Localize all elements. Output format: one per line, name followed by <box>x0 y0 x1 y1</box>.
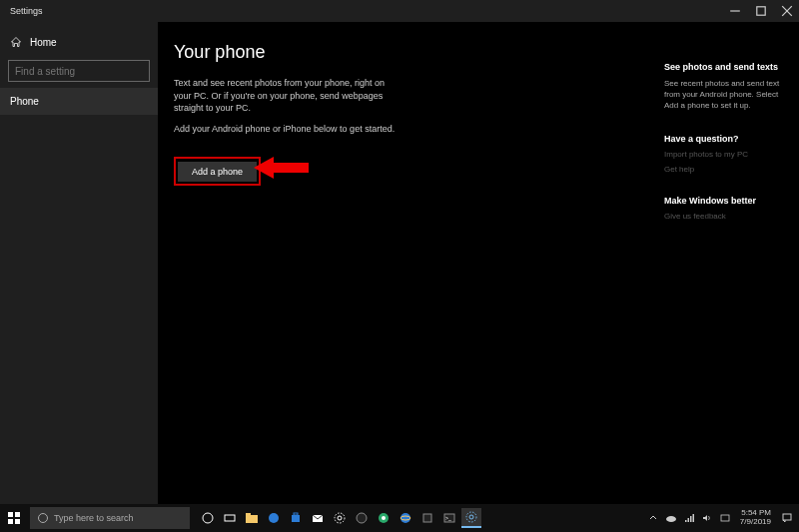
aside-h1: See photos and send texts <box>664 62 787 72</box>
svg-rect-14 <box>246 513 251 516</box>
store-icon[interactable] <box>286 508 306 528</box>
tray-chevron-icon[interactable] <box>646 511 660 525</box>
svg-rect-34 <box>690 516 692 522</box>
link-get-help[interactable]: Get help <box>664 165 787 174</box>
svg-point-24 <box>400 513 410 523</box>
xbox-icon[interactable] <box>352 508 372 528</box>
page-desc-2: Add your Android phone or iPhone below t… <box>174 123 403 136</box>
svg-text:>_: >_ <box>445 515 451 521</box>
settings-taskbar-icon[interactable] <box>330 508 350 528</box>
settings-app-running-icon[interactable] <box>461 508 481 528</box>
maximize-button[interactable] <box>755 5 767 17</box>
vscode-icon[interactable] <box>417 508 437 528</box>
date: 7/9/2019 <box>740 518 771 527</box>
annotation-highlight: Add a phone <box>174 157 261 186</box>
svg-rect-7 <box>8 512 13 517</box>
svg-point-23 <box>382 516 386 520</box>
svg-marker-6 <box>254 157 309 179</box>
add-a-phone-button[interactable]: Add a phone <box>178 162 257 182</box>
taskbar-search-placeholder: Type here to search <box>54 513 134 523</box>
svg-rect-8 <box>15 512 20 517</box>
svg-rect-33 <box>687 518 689 522</box>
svg-point-15 <box>269 513 279 523</box>
aside-h2: Have a question? <box>664 134 787 144</box>
tray-language-icon[interactable] <box>718 511 732 525</box>
start-button[interactable] <box>0 504 28 532</box>
svg-rect-12 <box>225 515 235 521</box>
link-import-photos[interactable]: Import photos to my PC <box>664 150 787 159</box>
chrome-icon[interactable] <box>374 508 394 528</box>
svg-point-29 <box>469 515 473 519</box>
tray-network-icon[interactable] <box>682 511 696 525</box>
svg-rect-16 <box>292 515 300 522</box>
page-title: Your phone <box>174 42 648 63</box>
link-feedback[interactable]: Give us feedback <box>664 212 787 221</box>
search-input[interactable] <box>15 66 142 77</box>
svg-rect-17 <box>294 513 298 515</box>
aside-p1: See recent photos and send text from you… <box>664 78 787 112</box>
cortana-button[interactable] <box>198 508 218 528</box>
windows-logo-icon <box>8 512 20 524</box>
svg-rect-1 <box>757 7 765 15</box>
mail-icon[interactable] <box>308 508 328 528</box>
sidebar-item-phone[interactable]: Phone <box>0 88 158 115</box>
action-center-icon[interactable] <box>779 510 795 526</box>
cortana-icon <box>38 513 48 523</box>
svg-point-4 <box>142 71 143 72</box>
tray-onedrive-icon[interactable] <box>664 511 678 525</box>
search-icon <box>142 66 143 76</box>
svg-point-19 <box>338 516 342 520</box>
aside-h3: Make Windows better <box>664 196 787 206</box>
window-title: Settings <box>10 6 43 16</box>
svg-point-11 <box>203 513 213 523</box>
svg-point-20 <box>335 513 345 523</box>
file-explorer-icon[interactable] <box>242 508 262 528</box>
minimize-button[interactable] <box>729 5 741 17</box>
svg-point-21 <box>357 513 367 523</box>
page-desc-1: Text and see recent photos from your pho… <box>174 77 403 115</box>
annotation-arrow <box>254 154 309 182</box>
svg-rect-13 <box>246 515 258 523</box>
svg-rect-9 <box>8 519 13 524</box>
tray-volume-icon[interactable] <box>700 511 714 525</box>
ie-icon[interactable] <box>396 508 415 528</box>
svg-rect-37 <box>721 515 729 521</box>
svg-point-31 <box>666 516 676 522</box>
home-link[interactable]: Home <box>0 30 158 54</box>
svg-rect-10 <box>15 519 20 524</box>
svg-rect-26 <box>423 514 431 522</box>
terminal-icon[interactable]: >_ <box>439 508 459 528</box>
svg-rect-32 <box>685 520 687 522</box>
home-label: Home <box>30 37 57 48</box>
close-button[interactable] <box>781 5 793 17</box>
home-icon <box>10 36 22 48</box>
taskbar-search[interactable]: Type here to search <box>30 507 190 529</box>
svg-point-30 <box>466 512 476 522</box>
task-view-button[interactable] <box>220 508 240 528</box>
search-field-wrap[interactable] <box>8 60 150 82</box>
clock[interactable]: 5:54 PM 7/9/2019 <box>736 509 775 527</box>
svg-rect-38 <box>783 514 791 520</box>
svg-rect-35 <box>692 514 694 522</box>
svg-marker-36 <box>703 515 707 521</box>
edge-icon[interactable] <box>264 508 284 528</box>
